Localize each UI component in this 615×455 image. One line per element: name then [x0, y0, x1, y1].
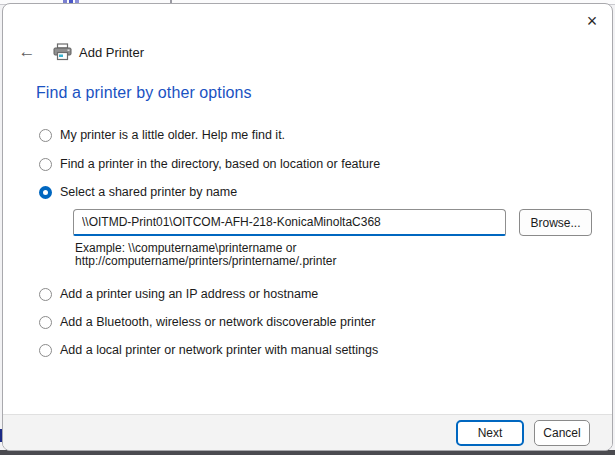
- browse-button[interactable]: Browse...: [519, 209, 592, 236]
- radio-icon[interactable]: [39, 344, 52, 357]
- add-printer-dialog: × ← Add Printer Find a printer by other …: [2, 3, 613, 451]
- back-icon[interactable]: ←: [15, 42, 39, 62]
- printer-icon: [53, 43, 72, 61]
- radio-label: Select a shared printer by name: [60, 185, 237, 199]
- radio-option-bluetooth-wireless[interactable]: Add a Bluetooth, wireless or network dis…: [39, 314, 375, 330]
- radio-icon[interactable]: [39, 288, 52, 301]
- dialog-header: ← Add Printer: [15, 42, 144, 62]
- shared-printer-name-input[interactable]: [73, 209, 506, 236]
- radio-selected-icon[interactable]: [39, 186, 52, 199]
- example-line1: Example: \\computername\printername or: [75, 242, 336, 255]
- example-line2: http://computername/printers/printername…: [75, 255, 336, 268]
- radio-option-shared-printer[interactable]: Select a shared printer by name: [39, 184, 237, 200]
- radio-icon[interactable]: [39, 316, 52, 329]
- radio-icon[interactable]: [39, 158, 52, 171]
- dialog-footer: Next Cancel: [3, 414, 612, 450]
- radio-option-find-in-directory[interactable]: Find a printer in the directory, based o…: [39, 156, 380, 172]
- radio-option-ip-address[interactable]: Add a printer using an IP address or hos…: [39, 286, 318, 302]
- radio-label: Add a printer using an IP address or hos…: [60, 287, 318, 301]
- dialog-title: Add Printer: [79, 45, 144, 60]
- radio-label: Find a printer in the directory, based o…: [60, 157, 380, 171]
- radio-label: Add a local printer or network printer w…: [60, 343, 378, 357]
- radio-label: My printer is a little older. Help me fi…: [60, 128, 285, 142]
- radio-option-local-printer[interactable]: Add a local printer or network printer w…: [39, 342, 378, 358]
- page-title: Find a printer by other options: [36, 84, 252, 102]
- radio-icon[interactable]: [39, 129, 52, 142]
- next-button[interactable]: Next: [456, 420, 524, 446]
- radio-option-older-printer[interactable]: My printer is a little older. Help me fi…: [39, 127, 285, 143]
- example-hint: Example: \\computername\printername or h…: [75, 242, 336, 267]
- close-icon[interactable]: ×: [580, 9, 604, 33]
- cancel-button[interactable]: Cancel: [534, 420, 590, 446]
- radio-label: Add a Bluetooth, wireless or network dis…: [60, 315, 375, 329]
